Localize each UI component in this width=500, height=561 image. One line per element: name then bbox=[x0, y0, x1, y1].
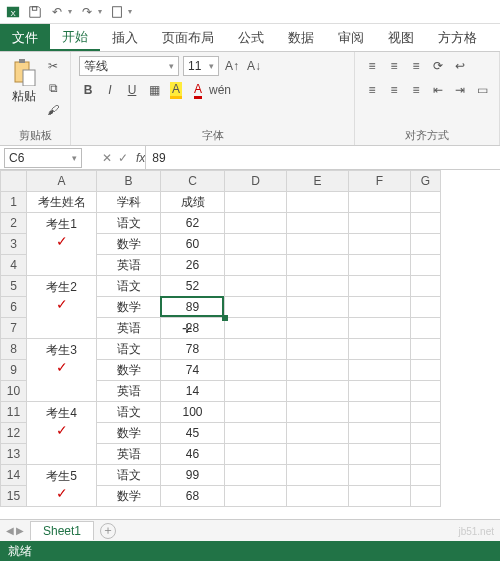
spreadsheet-grid[interactable]: A B C D E F G 1考生姓名学科成绩 2考生1✓语文62 3数学60 … bbox=[0, 170, 500, 507]
cell[interactable] bbox=[349, 444, 411, 465]
cell[interactable] bbox=[411, 192, 441, 213]
cell[interactable] bbox=[411, 339, 441, 360]
cell[interactable] bbox=[225, 318, 287, 339]
undo-icon[interactable]: ↶ bbox=[50, 5, 64, 19]
cell[interactable] bbox=[225, 465, 287, 486]
fill-handle[interactable] bbox=[222, 315, 228, 321]
cell[interactable]: 数学 bbox=[97, 297, 161, 318]
cut-icon[interactable]: ✂ bbox=[44, 56, 62, 76]
name-box[interactable]: C6▾ bbox=[4, 148, 82, 168]
cell-merged[interactable]: 考生1✓ bbox=[27, 213, 97, 276]
cell[interactable]: 78 bbox=[161, 339, 225, 360]
cell[interactable] bbox=[225, 486, 287, 507]
col-header-D[interactable]: D bbox=[225, 171, 287, 192]
merge-button[interactable]: ▭ bbox=[473, 80, 491, 100]
tab-review[interactable]: 审阅 bbox=[326, 24, 376, 51]
cell[interactable] bbox=[411, 234, 441, 255]
cell-merged[interactable]: 考生3✓ bbox=[27, 339, 97, 402]
cell[interactable] bbox=[225, 276, 287, 297]
cell-merged[interactable]: 考生2✓ bbox=[27, 276, 97, 339]
row-header[interactable]: 9 bbox=[1, 360, 27, 381]
cell[interactable]: 数学 bbox=[97, 234, 161, 255]
cell[interactable] bbox=[225, 234, 287, 255]
cell[interactable]: 99 bbox=[161, 465, 225, 486]
cell[interactable] bbox=[349, 276, 411, 297]
cell[interactable]: 成绩 bbox=[161, 192, 225, 213]
tab-home[interactable]: 开始 bbox=[50, 24, 100, 51]
sheet-nav-next-icon[interactable]: ▶ bbox=[16, 525, 24, 536]
cell[interactable] bbox=[287, 402, 349, 423]
cell[interactable] bbox=[349, 360, 411, 381]
col-header-C[interactable]: C bbox=[161, 171, 225, 192]
cell[interactable] bbox=[411, 255, 441, 276]
row-header[interactable]: 4 bbox=[1, 255, 27, 276]
cell[interactable]: 英语 bbox=[97, 318, 161, 339]
row-header[interactable]: 7 bbox=[1, 318, 27, 339]
phonetic-button[interactable]: wén bbox=[211, 80, 229, 100]
cell[interactable] bbox=[287, 192, 349, 213]
redo-icon[interactable]: ↷ bbox=[80, 5, 94, 19]
cell[interactable]: 52 bbox=[161, 276, 225, 297]
tab-file[interactable]: 文件 bbox=[0, 24, 50, 51]
save-icon[interactable] bbox=[28, 5, 42, 19]
cell[interactable]: 14 bbox=[161, 381, 225, 402]
cell[interactable] bbox=[287, 486, 349, 507]
tab-insert[interactable]: 插入 bbox=[100, 24, 150, 51]
cell[interactable] bbox=[349, 255, 411, 276]
row-header[interactable]: 14 bbox=[1, 465, 27, 486]
cell[interactable] bbox=[287, 465, 349, 486]
font-color-button[interactable]: A bbox=[189, 80, 207, 100]
row-header[interactable]: 2 bbox=[1, 213, 27, 234]
cell[interactable] bbox=[287, 360, 349, 381]
font-size-combo[interactable]: 11▾ bbox=[183, 56, 219, 76]
cell[interactable]: 英语 bbox=[97, 255, 161, 276]
col-header-B[interactable]: B bbox=[97, 171, 161, 192]
row-header[interactable]: 6 bbox=[1, 297, 27, 318]
cell[interactable] bbox=[287, 381, 349, 402]
tab-view[interactable]: 视图 bbox=[376, 24, 426, 51]
cell[interactable]: 46 bbox=[161, 444, 225, 465]
cell[interactable] bbox=[287, 423, 349, 444]
row-header[interactable]: 1 bbox=[1, 192, 27, 213]
cell[interactable] bbox=[287, 276, 349, 297]
tab-formulas[interactable]: 公式 bbox=[226, 24, 276, 51]
cell[interactable] bbox=[349, 465, 411, 486]
increase-indent-icon[interactable]: ⇥ bbox=[451, 80, 469, 100]
cell-merged[interactable]: 考生5✓ bbox=[27, 465, 97, 507]
border-button[interactable]: ▦ bbox=[145, 80, 163, 100]
add-sheet-button[interactable]: ＋ bbox=[100, 523, 116, 539]
cell[interactable] bbox=[225, 339, 287, 360]
cell[interactable] bbox=[349, 381, 411, 402]
increase-font-icon[interactable]: A↑ bbox=[223, 56, 241, 76]
cell[interactable] bbox=[287, 339, 349, 360]
cell[interactable]: 语文 bbox=[97, 465, 161, 486]
wrap-text-icon[interactable]: ↩ bbox=[451, 56, 469, 76]
cell[interactable]: 语文 bbox=[97, 276, 161, 297]
orientation-icon[interactable]: ⟳ bbox=[429, 56, 447, 76]
cell[interactable] bbox=[349, 402, 411, 423]
row-header[interactable]: 10 bbox=[1, 381, 27, 402]
cell[interactable]: 62 bbox=[161, 213, 225, 234]
paste-button[interactable]: 粘贴 bbox=[8, 56, 40, 107]
cell[interactable] bbox=[287, 234, 349, 255]
cell[interactable]: 数学 bbox=[97, 360, 161, 381]
cell[interactable] bbox=[411, 444, 441, 465]
cell[interactable] bbox=[225, 213, 287, 234]
cell[interactable]: 考生姓名 bbox=[27, 192, 97, 213]
cell[interactable] bbox=[411, 360, 441, 381]
redo-dropdown[interactable]: ▾ bbox=[98, 7, 102, 16]
touch-mode-icon[interactable] bbox=[110, 5, 124, 19]
row-header[interactable]: 8 bbox=[1, 339, 27, 360]
align-right-icon[interactable]: ≡ bbox=[407, 80, 425, 100]
cell[interactable] bbox=[349, 423, 411, 444]
undo-dropdown[interactable]: ▾ bbox=[68, 7, 72, 16]
row-header[interactable]: 13 bbox=[1, 444, 27, 465]
cell[interactable] bbox=[225, 423, 287, 444]
cell[interactable] bbox=[287, 255, 349, 276]
cell[interactable]: 语文 bbox=[97, 213, 161, 234]
cell[interactable]: 数学 bbox=[97, 423, 161, 444]
cell[interactable] bbox=[225, 444, 287, 465]
cell[interactable]: 60 bbox=[161, 234, 225, 255]
align-top-icon[interactable]: ≡ bbox=[363, 56, 381, 76]
cell[interactable] bbox=[349, 339, 411, 360]
